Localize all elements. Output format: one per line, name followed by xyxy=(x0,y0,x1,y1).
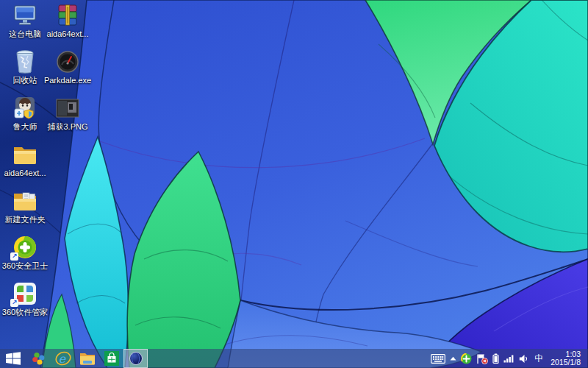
desktop-icon-label: 这台电脑 xyxy=(9,29,41,38)
taskbar-button-aida64-active[interactable] xyxy=(123,349,148,368)
desktop-icon-label: aida64ext... xyxy=(47,29,89,38)
360-tray-icon[interactable] xyxy=(459,349,474,368)
winrar-archive-icon xyxy=(56,4,79,27)
recycle-bin-icon xyxy=(14,49,36,74)
desktop-icon-label: 回收站 xyxy=(13,76,37,85)
desktop-icon-parkdale[interactable]: Parkdale.exe xyxy=(46,49,90,96)
folder-with-files-icon xyxy=(12,190,37,212)
network-signal-icon[interactable] xyxy=(501,349,517,368)
ime-text: 中 xyxy=(534,354,543,363)
taskbar-button-windows-store[interactable] xyxy=(99,349,123,368)
system-tray: 中 1:03 2015/1/8 xyxy=(429,349,588,368)
desktop-icon-label: 360软件管家 xyxy=(2,308,48,316)
clock-date: 2015/1/8 xyxy=(551,358,581,367)
desktop-icon-folder-aida64[interactable]: aida64ext... xyxy=(3,142,47,188)
desktop-icon-label: 360安全卫士 xyxy=(2,261,48,270)
battery-icon[interactable] xyxy=(490,349,501,368)
this-pc-icon xyxy=(12,4,37,27)
desktop: 这台电脑 回收站 鲁大师 xyxy=(0,0,588,368)
svg-text:e: e xyxy=(58,352,66,366)
start-windows-logo-icon xyxy=(6,352,21,365)
taskbar-button-internet-explorer[interactable]: e xyxy=(51,349,75,368)
action-center-flag-alert-icon[interactable] xyxy=(474,349,490,368)
desktop-icon-label: aida64ext... xyxy=(4,169,46,177)
desktop-icon-this-pc[interactable]: 这台电脑 xyxy=(3,3,47,49)
desktop-icon-label: 新建文件夹 xyxy=(5,215,46,224)
ludashi-icon xyxy=(12,96,37,120)
taskbar-button-360-pinwheel[interactable] xyxy=(26,349,51,368)
ime-indicator[interactable]: 中 xyxy=(531,349,547,368)
file-explorer-icon xyxy=(79,352,96,365)
start-button[interactable] xyxy=(0,349,26,368)
desktop-icon-360-software-manager[interactable]: ↗ 360软件管家 xyxy=(3,281,47,328)
taskbar-button-file-explorer[interactable] xyxy=(75,349,99,368)
desktop-icon-ludashi[interactable]: 鲁大师 xyxy=(3,96,47,142)
shortcut-arrow-icon: ↗ xyxy=(10,252,18,261)
desktop-icon-new-folder[interactable]: 新建文件夹 xyxy=(3,188,47,235)
360-pinwheel-icon xyxy=(32,352,46,366)
shortcut-arrow-icon: ↗ xyxy=(10,299,18,307)
aida64-globe-icon xyxy=(129,351,143,366)
desktop-icon-label: Parkdale.exe xyxy=(44,76,91,85)
image-file-icon xyxy=(56,99,79,118)
folder-icon xyxy=(12,144,37,166)
desktop-icon-label: 鲁大师 xyxy=(13,122,37,131)
gauge-icon xyxy=(56,50,79,74)
windows-store-icon xyxy=(104,351,119,366)
touch-keyboard-icon[interactable] xyxy=(429,349,448,368)
chevron-up-icon[interactable] xyxy=(448,349,459,368)
desktop-icon-capture-png[interactable]: 捕获3.PNG xyxy=(46,96,90,142)
internet-explorer-icon: e xyxy=(55,351,71,366)
taskbar: e xyxy=(0,349,588,368)
tray-clock[interactable]: 1:03 2015/1/8 xyxy=(547,350,585,367)
desktop-icon-label: 捕获3.PNG xyxy=(47,122,87,131)
desktop-icon-winrar-aida64[interactable]: aida64ext... xyxy=(46,3,90,49)
desktop-icon-recycle-bin[interactable]: 回收站 xyxy=(3,49,47,96)
volume-icon[interactable] xyxy=(517,349,531,368)
desktop-icon-360-safe[interactable]: ↗ 360安全卫士 xyxy=(3,235,47,281)
